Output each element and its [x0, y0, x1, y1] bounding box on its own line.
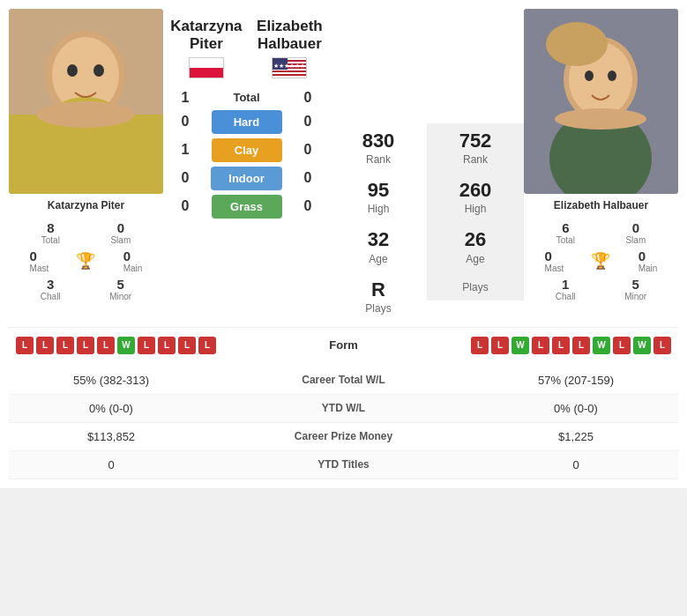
bottom-center-label-1: YTD W/L: [199, 402, 488, 414]
form-label: Form: [300, 338, 388, 352]
surfaces-area: 1 Total 0 0 Hard 0 1 Clay 0 0 Indoor: [163, 90, 330, 223]
bottom-left-val-3: 0: [23, 458, 199, 471]
form-badge-l: L: [572, 337, 590, 354]
left-mast-value: 0: [30, 249, 49, 263]
form-badge-w: W: [512, 337, 529, 354]
right-age-panel: 26 Age: [427, 222, 524, 271]
bottom-row-1: 0% (0-0) YTD W/L 0% (0-0): [9, 395, 678, 423]
left-main-label: Main: [123, 263, 143, 273]
right-main-stat: 0 Main: [638, 249, 658, 273]
right-name-line2: Halbauer: [258, 35, 322, 52]
indoor-score-right: 0: [295, 170, 321, 186]
right-trophy-icon: 🏆: [591, 251, 610, 271]
form-badge-l: L: [16, 337, 34, 354]
left-plays-panel: R Plays: [330, 272, 427, 322]
left-player-col: Katarzyna Piter 8 Total 0 Slam 0 Mast: [9, 9, 163, 322]
left-age-panel: 32 Age: [330, 222, 427, 271]
left-main-stat: 0 Main: [123, 249, 143, 273]
left-rank-value: 830: [337, 130, 420, 152]
right-form-badges: LLWLLLWLWL: [471, 337, 671, 354]
right-center-name: Elizabeth Halbauer: [257, 18, 323, 85]
right-high-value: 260: [434, 180, 517, 201]
right-minor-value: 5: [624, 277, 646, 292]
form-badge-l: L: [138, 337, 155, 354]
left-slam-label: Slam: [110, 235, 131, 245]
right-flag-container: ★★★★★★: [257, 57, 323, 78]
left-mast-label: Mast: [30, 263, 49, 273]
form-badge-w: W: [633, 337, 651, 354]
right-chall-stat: 1 Chall: [556, 277, 576, 301]
bottom-stats: 55% (382-313) Career Total W/L 57% (207-…: [9, 367, 678, 479]
right-slam-stat: 0 Slam: [625, 220, 646, 245]
left-plays-label: Plays: [337, 302, 420, 315]
right-age-label: Age: [434, 253, 517, 265]
right-age-value: 26: [434, 229, 517, 250]
bottom-center-label-2: Career Prize Money: [199, 430, 488, 442]
form-badge-l: L: [653, 337, 671, 354]
right-plays-label: Plays: [434, 281, 517, 293]
left-chall-label: Chall: [41, 292, 61, 301]
right-slam-label: Slam: [625, 235, 646, 245]
hard-score-right: 0: [295, 114, 321, 130]
right-minor-label: Minor: [624, 292, 646, 301]
bottom-right-val-1: 0% (0-0): [488, 402, 664, 415]
left-plays-value: R: [337, 279, 420, 301]
right-rank-label: Rank: [434, 153, 517, 166]
hard-score-left: 0: [172, 114, 198, 130]
left-trophy-icon: 🏆: [76, 251, 95, 271]
names-flags-row: Katarzyna Piter Elizabeth Halbauer: [163, 9, 330, 90]
svg-point-24: [555, 108, 646, 130]
left-trophy-row: 0 Mast 🏆 0 Main: [16, 249, 156, 273]
left-rank-label: Rank: [337, 153, 420, 166]
bottom-row-0: 55% (382-313) Career Total W/L 57% (207-…: [9, 367, 678, 395]
grass-badge: Grass: [212, 195, 282, 219]
left-name-line2: Piter: [190, 35, 223, 52]
right-trophy-row: 0 Mast 🏆 0 Main: [531, 249, 671, 273]
right-chall-label: Chall: [556, 292, 576, 301]
left-mast-stat: 0 Mast: [30, 249, 49, 273]
surface-row-grass: 0 Grass 0: [172, 195, 321, 219]
left-age-label: Age: [337, 253, 420, 265]
form-badge-l: L: [178, 337, 196, 354]
center-col: Katarzyna Piter Elizabeth Halbauer: [163, 9, 330, 322]
form-badge-l: L: [471, 337, 489, 354]
form-badge-l: L: [491, 337, 509, 354]
left-flag-container: [170, 57, 242, 78]
right-total-label: Total: [556, 235, 575, 245]
form-badge-l: L: [97, 337, 115, 354]
surface-row-total: 1 Total 0: [172, 90, 321, 106]
left-high-value: 95: [337, 180, 420, 201]
right-rank-value: 752: [434, 130, 517, 152]
svg-point-25: [546, 22, 608, 66]
surface-row-indoor: 0 Indoor 0: [172, 167, 321, 190]
form-badge-l: L: [158, 337, 175, 354]
clay-score-right: 0: [295, 142, 321, 158]
svg-rect-14: [273, 76, 307, 78]
svg-rect-13: [273, 72, 307, 74]
left-high-panel: 95 High: [330, 173, 427, 222]
svg-point-5: [93, 64, 104, 77]
svg-point-4: [67, 64, 78, 77]
right-chall-value: 1: [556, 277, 576, 292]
right-minor-stat: 5 Minor: [624, 277, 646, 301]
total-score-right: 0: [295, 90, 321, 106]
hard-badge: Hard: [212, 110, 282, 134]
left-minor-label: Minor: [109, 292, 131, 301]
left-high-label: High: [337, 203, 420, 215]
right-total-stat: 6 Total: [556, 220, 575, 245]
surface-row-clay: 1 Clay 0: [172, 138, 321, 162]
form-section: LLLLLWLLLL Form LLWLLLWLWL: [9, 327, 678, 363]
main-container: Katarzyna Piter 8 Total 0 Slam 0 Mast: [0, 0, 687, 488]
indoor-badge: Indoor: [211, 167, 281, 190]
left-total-label: Total: [41, 235, 60, 245]
right-player-photo: [524, 9, 678, 194]
left-chall-stat: 3 Chall: [41, 277, 61, 301]
right-mast-label: Mast: [545, 263, 564, 273]
left-photo-img: [9, 9, 163, 194]
form-badge-w: W: [117, 337, 135, 354]
form-badge-l: L: [532, 337, 549, 354]
total-label: Total: [198, 91, 295, 104]
bottom-left-val-0: 55% (382-313): [23, 374, 199, 387]
left-total-value: 8: [41, 220, 60, 235]
form-badge-l: L: [613, 337, 631, 354]
